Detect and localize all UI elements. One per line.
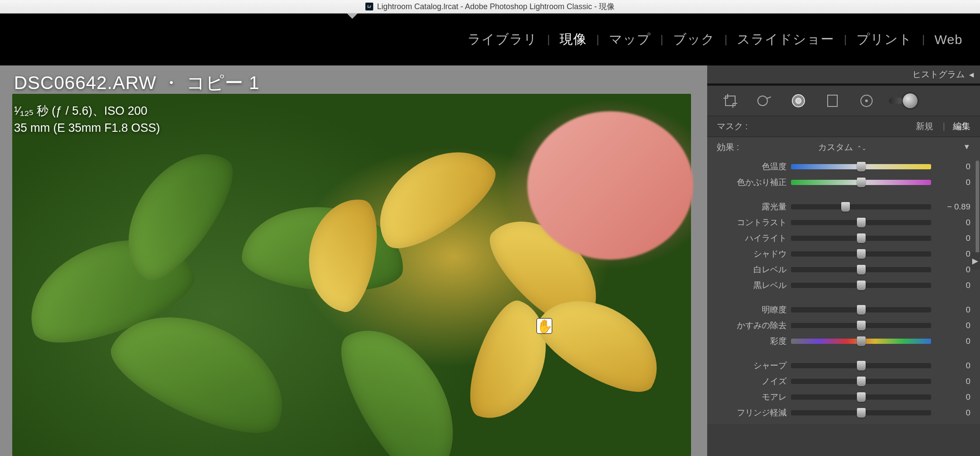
module-tab-1[interactable]: 現像	[550, 31, 596, 48]
slider-track[interactable]	[791, 307, 931, 312]
slider-label: フリンジ軽減	[717, 407, 791, 418]
slider-track[interactable]	[791, 164, 931, 169]
slider-row: シャープ0	[717, 358, 970, 374]
image-lens-info: 35 mm (E 35mm F1.8 OSS)	[14, 121, 260, 135]
slider-track[interactable]	[791, 410, 931, 415]
slider-label: かすみの除去	[717, 320, 791, 331]
mask-label: マスク :	[717, 120, 748, 132]
module-tab-6[interactable]: Web	[925, 32, 972, 47]
adjustment-sliders: 色温度0色かぶり補正0露光量− 0.89コントラスト0ハイライト0シャドウ0白レ…	[707, 157, 980, 424]
svg-point-7	[796, 98, 801, 103]
slider-knob[interactable]	[857, 249, 866, 259]
slider-label: 色温度	[717, 161, 791, 172]
image-info-overlay: DSC06642.ARW ・ コピー 1 ¹⁄₁₂₅ 秒 (ƒ / 5.6)、I…	[14, 71, 260, 135]
slider-value: 0	[931, 377, 970, 386]
slider-knob[interactable]	[857, 281, 866, 290]
collapse-handle-icon[interactable]	[347, 14, 358, 19]
crop-tool-icon[interactable]	[719, 89, 742, 113]
slider-knob[interactable]	[857, 321, 866, 330]
mask-row: マスク : 新規 | 編集	[707, 116, 980, 137]
brush-size-slider[interactable]	[889, 98, 903, 104]
slider-knob[interactable]	[857, 178, 866, 187]
slider-track[interactable]	[791, 283, 931, 288]
slider-track[interactable]	[791, 323, 931, 328]
module-tab-4[interactable]: スライドショー	[727, 31, 844, 48]
effect-row[interactable]: 効果 : カスタム ⌃⌄ ▼	[707, 137, 980, 157]
slider-row: 色かぶり補正0	[717, 175, 970, 190]
slider-label: 白レベル	[717, 264, 791, 275]
local-adjustment-toolstrip	[707, 86, 980, 116]
slider-track[interactable]	[791, 379, 931, 384]
nav-separator: |	[725, 33, 728, 46]
collapse-triangle-icon[interactable]: ◀	[969, 71, 974, 78]
photo[interactable]	[12, 94, 691, 456]
image-exposure-info: ¹⁄₁₂₅ 秒 (ƒ / 5.6)、ISO 200	[14, 103, 260, 119]
slider-knob[interactable]	[857, 305, 866, 315]
slider-knob[interactable]	[857, 233, 866, 243]
slider-track[interactable]	[791, 267, 931, 272]
image-preview-area[interactable]: DSC06642.ARW ・ コピー 1 ¹⁄₁₂₅ 秒 (ƒ / 5.6)、I…	[0, 65, 707, 456]
slider-label: 明瞭度	[717, 304, 791, 315]
module-picker: ライブラリ | 現像 | マップ | ブック | スライドショー | プリント …	[0, 14, 980, 65]
slider-value: 0	[931, 281, 970, 290]
histogram-header[interactable]: ヒストグラム ◀	[707, 65, 980, 84]
slider-knob[interactable]	[857, 336, 866, 346]
slider-track[interactable]	[791, 363, 931, 368]
slider-knob[interactable]	[857, 392, 866, 402]
slider-row: フリンジ軽減0	[717, 405, 970, 421]
effect-label: 効果 :	[717, 141, 739, 153]
slider-knob[interactable]	[857, 377, 866, 386]
slider-track[interactable]	[791, 251, 931, 257]
nav-separator: |	[547, 33, 550, 46]
slider-label: コントラスト	[717, 217, 791, 228]
adjustment-brush-tool-icon[interactable]	[889, 89, 912, 113]
slider-value: 0	[931, 321, 970, 330]
effect-preset-value[interactable]: カスタム ⌃⌄	[818, 141, 867, 153]
slider-track[interactable]	[791, 204, 931, 209]
module-tab-2[interactable]: マップ	[599, 31, 660, 48]
slider-knob[interactable]	[857, 265, 866, 274]
panel-expand-handle-icon[interactable]: ▶	[970, 252, 980, 270]
slider-track[interactable]	[791, 339, 931, 344]
slider-label: 露光量	[717, 201, 791, 213]
slider-row: 露光量− 0.89	[717, 199, 970, 215]
radial-filter-tool-icon[interactable]	[855, 89, 878, 113]
slider-row: 白レベル0	[717, 262, 970, 278]
slider-track[interactable]	[791, 180, 931, 185]
slider-knob[interactable]	[857, 361, 866, 370]
slider-label: 黒レベル	[717, 280, 791, 291]
slider-value: 0	[931, 218, 970, 227]
chevron-updown-icon: ⌃⌄	[856, 145, 867, 151]
redeye-tool-icon[interactable]	[787, 89, 810, 113]
slider-track[interactable]	[791, 394, 931, 400]
slider-knob[interactable]	[857, 408, 866, 418]
slider-value: 0	[931, 305, 970, 315]
slider-row: モアレ0	[717, 389, 970, 405]
panel-scrollbar[interactable]	[976, 161, 979, 265]
develop-right-panel: ヒストグラム ◀ マスク	[707, 65, 980, 456]
mask-edit-button[interactable]: 編集	[953, 120, 970, 132]
spot-removal-tool-icon[interactable]	[753, 89, 776, 113]
slider-knob[interactable]	[857, 162, 866, 171]
nav-separator: |	[596, 33, 599, 46]
module-tab-0[interactable]: ライブラリ	[458, 31, 547, 48]
disclosure-triangle-icon[interactable]: ▼	[963, 143, 970, 151]
slider-knob[interactable]	[857, 218, 866, 227]
module-tab-5[interactable]: プリント	[847, 31, 922, 48]
slider-track[interactable]	[791, 236, 931, 241]
slider-track[interactable]	[791, 220, 931, 225]
slider-value: 0	[931, 162, 970, 171]
slider-value: 0	[931, 249, 970, 259]
histogram-label: ヒストグラム	[912, 69, 965, 80]
workspace: DSC06642.ARW ・ コピー 1 ¹⁄₁₂₅ 秒 (ƒ / 5.6)、I…	[0, 65, 980, 456]
slider-row: 黒レベル0	[717, 278, 970, 293]
hand-cursor-icon: ✋	[537, 319, 552, 333]
window-title: Lightroom Catalog.lrcat - Adobe Photosho…	[377, 1, 615, 12]
slider-knob[interactable]	[841, 202, 850, 212]
svg-rect-0	[726, 96, 735, 106]
graduated-filter-tool-icon[interactable]	[821, 89, 844, 113]
slider-value: 0	[931, 408, 970, 418]
module-tab-3[interactable]: ブック	[664, 31, 725, 48]
svg-point-10	[866, 100, 867, 102]
mask-new-button[interactable]: 新規	[916, 120, 933, 132]
